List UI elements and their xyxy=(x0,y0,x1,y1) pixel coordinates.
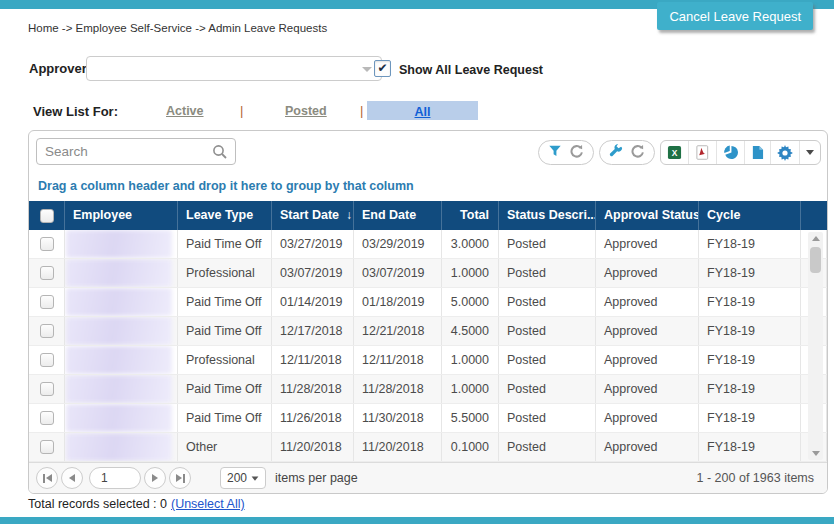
employee-cell xyxy=(65,346,178,374)
total-cell: 5.5000 xyxy=(442,404,499,432)
employee-redacted-name xyxy=(66,230,172,258)
start-date-cell: 01/14/2019 xyxy=(272,288,354,316)
view-tab-posted[interactable]: Posted xyxy=(285,104,327,118)
table-row: Paid Time Off 12/17/2018 12/21/2018 4.50… xyxy=(29,317,827,346)
leave-type-cell: Paid Time Off xyxy=(178,317,272,345)
row-checkbox[interactable] xyxy=(40,440,54,454)
document-icon[interactable] xyxy=(744,141,770,164)
leave-type-cell: Paid Time Off xyxy=(178,288,272,316)
approval-status-cell: Approved xyxy=(596,375,699,403)
refresh-icon[interactable] xyxy=(631,144,645,162)
page-size-dropdown[interactable]: 200 xyxy=(220,467,266,489)
filter-icon[interactable] xyxy=(548,144,562,162)
row-checkbox[interactable] xyxy=(40,324,54,338)
row-checkbox[interactable] xyxy=(40,237,54,251)
last-page-button[interactable] xyxy=(169,467,191,489)
scroll-up-button[interactable] xyxy=(808,232,823,245)
leave-type-cell: Other xyxy=(178,433,272,461)
view-tab-all-selected[interactable]: All xyxy=(367,101,478,120)
page-size-value: 200 xyxy=(227,471,247,485)
column-header-start-date[interactable]: Start Date↓ xyxy=(272,201,354,230)
wrench-icon[interactable] xyxy=(609,144,623,162)
view-tab-active[interactable]: Active xyxy=(166,104,204,118)
selection-status: Total records selected : 0(Unselect All) xyxy=(28,497,245,511)
pager-bar: 200 items per page 1 - 200 of 1963 items xyxy=(29,462,827,493)
previous-page-button[interactable] xyxy=(61,467,83,489)
pdf-export-icon[interactable] xyxy=(688,141,716,164)
approver-dropdown[interactable] xyxy=(86,56,382,81)
table-row: Paid Time Off 11/26/2018 11/30/2018 5.50… xyxy=(29,404,827,433)
first-page-button[interactable] xyxy=(36,467,58,489)
caret-down-icon xyxy=(252,476,259,480)
row-checkbox[interactable] xyxy=(40,266,54,280)
filter-button-group xyxy=(538,140,594,165)
cancel-leave-request-button[interactable]: Cancel Leave Request xyxy=(657,2,813,30)
end-date-cell: 03/07/2019 xyxy=(354,259,442,287)
cycle-cell: FY18-19 xyxy=(699,346,801,374)
table-row: Paid Time Off 03/27/2019 03/29/2019 3.00… xyxy=(29,230,827,259)
sort-descending-icon: ↓ xyxy=(346,208,352,222)
total-cell: 5.0000 xyxy=(442,288,499,316)
start-date-cell: 12/17/2018 xyxy=(272,317,354,345)
status-description-cell: Posted xyxy=(499,259,596,287)
employee-cell xyxy=(65,230,178,258)
excel-export-icon[interactable]: X xyxy=(661,141,688,164)
unselect-all-link[interactable]: (Unselect All) xyxy=(171,497,245,511)
scroll-down-button[interactable] xyxy=(808,447,823,460)
employee-cell xyxy=(65,317,178,345)
group-by-drop-zone: Drag a column header and drop it here to… xyxy=(29,173,827,201)
status-description-cell: Posted xyxy=(499,404,596,432)
next-page-button[interactable] xyxy=(144,467,166,489)
cycle-cell: FY18-19 xyxy=(699,317,801,345)
triangle-down-icon xyxy=(812,451,820,456)
start-date-cell: 11/26/2018 xyxy=(272,404,354,432)
employee-redacted-name xyxy=(66,375,172,403)
grid-options-caret[interactable] xyxy=(799,141,820,164)
pie-chart-icon[interactable] xyxy=(716,141,744,164)
row-checkbox-cell xyxy=(29,433,65,461)
row-checkbox[interactable] xyxy=(40,411,54,425)
items-per-page-label: items per page xyxy=(275,471,358,485)
select-all-checkbox[interactable] xyxy=(40,209,54,223)
row-checkbox[interactable] xyxy=(40,353,54,367)
approver-label: Approver xyxy=(29,61,87,76)
gear-icon[interactable] xyxy=(770,141,799,164)
row-checkbox[interactable] xyxy=(40,382,54,396)
leave-requests-grid: X xyxy=(28,130,828,494)
refresh-icon[interactable] xyxy=(570,144,584,162)
end-date-cell: 11/20/2018 xyxy=(354,433,442,461)
vertical-scrollbar[interactable] xyxy=(808,232,823,460)
end-date-cell: 12/11/2018 xyxy=(354,346,442,374)
admin-leave-requests-page: Cancel Leave Request Home -> Employee Se… xyxy=(0,0,834,524)
show-all-leave-request-checkbox[interactable]: ✔ xyxy=(374,60,391,77)
column-header-filler xyxy=(801,201,827,230)
grid-search-box xyxy=(36,138,236,165)
approval-status-cell: Approved xyxy=(596,317,699,345)
bar-icon xyxy=(183,474,185,483)
table-header-row: Employee Leave Type Start Date↓ End Date… xyxy=(29,201,827,230)
export-icon-strip: X xyxy=(660,140,821,165)
search-icon[interactable] xyxy=(212,144,228,164)
column-header-leave-type[interactable]: Leave Type xyxy=(178,201,272,230)
page-number-input[interactable] xyxy=(89,467,141,489)
scrollbar-thumb[interactable] xyxy=(810,247,821,273)
triangle-right-icon xyxy=(176,474,182,482)
column-header-cycle[interactable]: Cycle xyxy=(699,201,801,230)
status-description-cell: Posted xyxy=(499,375,596,403)
column-header-employee[interactable]: Employee xyxy=(65,201,178,230)
view-list-for-label: View List For: xyxy=(33,104,118,119)
table-row: Other 11/20/2018 11/20/2018 0.1000 Poste… xyxy=(29,433,827,462)
column-header-approval-status[interactable]: Approval Status xyxy=(596,201,699,230)
row-checkbox[interactable] xyxy=(40,295,54,309)
table-row: Paid Time Off 11/28/2018 11/28/2018 1.00… xyxy=(29,375,827,404)
column-header-total[interactable]: Total xyxy=(442,201,499,230)
status-description-cell: Posted xyxy=(499,230,596,258)
start-date-cell: 11/28/2018 xyxy=(272,375,354,403)
employee-redacted-name xyxy=(66,317,172,345)
column-header-status-description[interactable]: Status Descri... xyxy=(499,201,596,230)
status-description-cell: Posted xyxy=(499,317,596,345)
search-input[interactable] xyxy=(45,142,205,161)
employee-redacted-name xyxy=(66,346,172,374)
triangle-up-icon xyxy=(812,236,820,241)
column-header-end-date[interactable]: End Date xyxy=(354,201,442,230)
